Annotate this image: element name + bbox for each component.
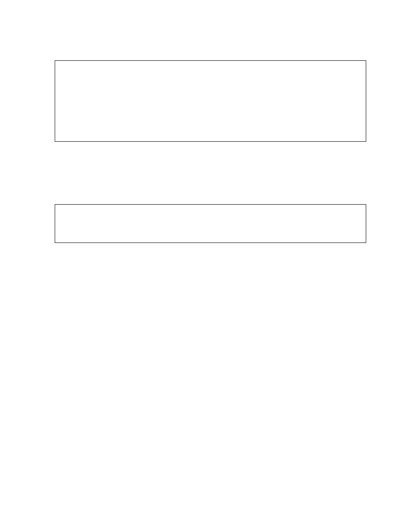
document-page bbox=[0, 0, 411, 532]
upper-rectangle-frame bbox=[55, 60, 366, 142]
lower-rectangle-frame bbox=[55, 204, 366, 243]
